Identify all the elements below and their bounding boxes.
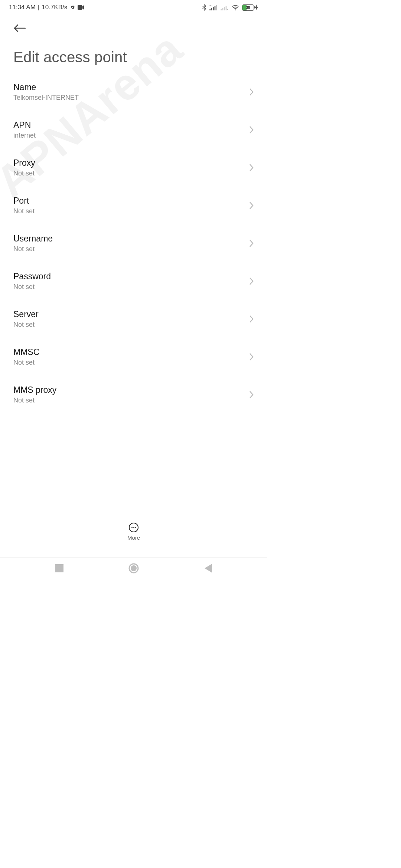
navigation-bar	[0, 557, 267, 579]
setting-label: APN	[13, 120, 36, 130]
setting-value: Telkomsel-INTERNET	[13, 94, 79, 102]
chevron-right-icon	[249, 391, 254, 399]
setting-label: Password	[13, 272, 51, 282]
svg-rect-2	[209, 9, 211, 10]
svg-rect-7	[221, 9, 222, 10]
chevron-right-icon	[249, 315, 254, 323]
setting-proxy[interactable]: Proxy Not set	[13, 149, 254, 187]
svg-rect-3	[211, 8, 212, 10]
nav-home-button[interactable]	[123, 561, 145, 576]
svg-rect-4	[213, 7, 214, 10]
chevron-right-icon	[249, 239, 254, 247]
battery-percent: 38	[242, 6, 254, 10]
more-button[interactable]: More	[127, 523, 140, 541]
settings-list: Name Telkomsel-INTERNET APN internet Pro…	[0, 73, 267, 414]
triangle-left-icon	[204, 564, 212, 573]
setting-label: Username	[13, 234, 53, 244]
circle-icon	[128, 563, 139, 573]
svg-point-15	[131, 565, 137, 571]
setting-value: internet	[13, 132, 36, 139]
setting-label: MMS proxy	[13, 385, 56, 395]
status-right: 4G ✕ 38	[202, 4, 258, 11]
gear-icon	[69, 4, 75, 10]
square-icon	[55, 564, 63, 572]
camera-icon	[78, 5, 84, 10]
status-divider: |	[38, 4, 39, 11]
page-title: Edit access point	[0, 38, 267, 73]
setting-value: Not set	[13, 397, 56, 404]
setting-label: MMSC	[13, 347, 39, 357]
setting-value: Not set	[13, 321, 39, 329]
setting-mms-proxy[interactable]: MMS proxy Not set	[13, 376, 254, 414]
charging-icon	[255, 4, 258, 10]
chevron-right-icon	[249, 277, 254, 285]
svg-rect-13	[55, 564, 63, 572]
setting-port[interactable]: Port Not set	[13, 187, 254, 224]
svg-text:✕: ✕	[226, 8, 228, 10]
status-bar: 11:34 AM | 10.7KB/s 4G ✕	[0, 0, 267, 15]
setting-value: Not set	[13, 359, 39, 366]
signal-4g-icon: 4G	[209, 4, 218, 10]
setting-label: Server	[13, 309, 39, 319]
more-icon	[129, 523, 138, 532]
more-label: More	[127, 535, 140, 541]
chevron-right-icon	[249, 126, 254, 134]
setting-value: Not set	[13, 283, 51, 291]
setting-label: Port	[13, 196, 35, 206]
status-speed: 10.7KB/s	[42, 4, 67, 11]
svg-rect-0	[78, 5, 82, 10]
status-time: 11:34 AM	[9, 4, 36, 11]
setting-label: Name	[13, 82, 79, 92]
setting-username[interactable]: Username Not set	[13, 224, 254, 262]
setting-name[interactable]: Name Telkomsel-INTERNET	[13, 73, 254, 111]
setting-value: Not set	[13, 170, 35, 177]
svg-rect-5	[215, 6, 216, 10]
setting-value: Not set	[13, 245, 53, 253]
back-button[interactable]	[13, 22, 26, 34]
nav-back-button[interactable]	[197, 561, 219, 576]
header	[0, 15, 267, 38]
arrow-left-icon	[13, 24, 26, 33]
svg-rect-9	[224, 7, 225, 10]
status-left: 11:34 AM | 10.7KB/s	[9, 4, 84, 11]
svg-point-12	[235, 9, 236, 10]
bluetooth-icon	[202, 4, 206, 11]
wifi-icon	[232, 4, 239, 11]
battery-indicator: 38	[242, 4, 258, 11]
setting-label: Proxy	[13, 158, 35, 168]
svg-rect-6	[216, 5, 217, 10]
chevron-right-icon	[249, 353, 254, 361]
bottom-action-bar: More	[0, 515, 267, 548]
svg-rect-8	[222, 8, 224, 10]
setting-password[interactable]: Password Not set	[13, 262, 254, 300]
setting-server[interactable]: Server Not set	[13, 300, 254, 338]
setting-mmsc[interactable]: MMSC Not set	[13, 338, 254, 376]
svg-text:4G: 4G	[209, 4, 212, 7]
nav-recent-button[interactable]	[48, 561, 71, 576]
setting-value: Not set	[13, 207, 35, 215]
chevron-right-icon	[249, 201, 254, 210]
chevron-right-icon	[249, 88, 254, 96]
signal-nosim-icon: ✕	[221, 4, 229, 10]
chevron-right-icon	[249, 164, 254, 172]
setting-apn[interactable]: APN internet	[13, 111, 254, 149]
